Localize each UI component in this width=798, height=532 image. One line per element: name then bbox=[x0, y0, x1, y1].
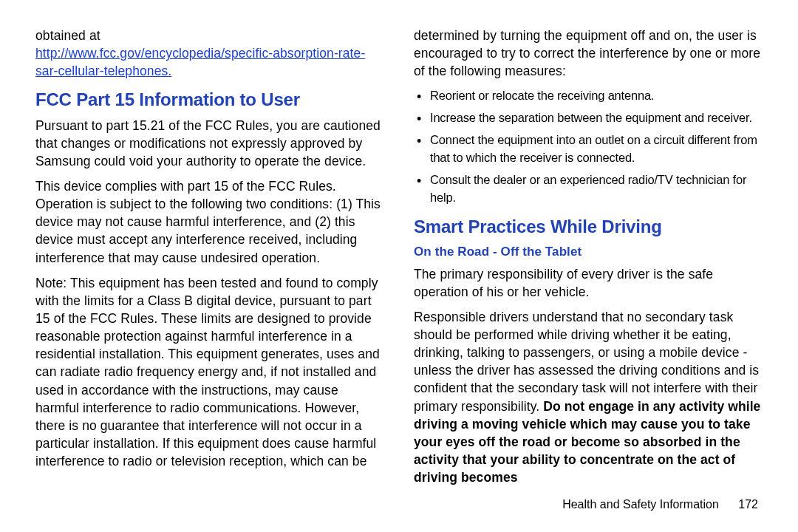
subheading-on-the-road: On the Road - Off the Tablet bbox=[414, 243, 763, 260]
obtained-at-text: obtained at bbox=[35, 28, 100, 43]
left-column: obtained at http://www.fcc.gov/encyclope… bbox=[35, 27, 384, 488]
right-column: determined by turning the equipment off … bbox=[414, 27, 763, 488]
bullet-consult: Consult the dealer or an experienced rad… bbox=[414, 171, 763, 207]
fcc-para-1: Pursuant to part 15.21 of the FCC Rules,… bbox=[35, 117, 384, 170]
page-footer: Health and Safety Information 172 bbox=[562, 498, 758, 511]
driving-para-2-normal: Responsible drivers understand that no s… bbox=[414, 310, 759, 414]
bullet-reorient: Reorient or relocate the receiving anten… bbox=[414, 87, 763, 105]
driving-para-1: The primary responsibility of every driv… bbox=[414, 265, 763, 301]
footer-section-label: Health and Safety Information bbox=[562, 498, 719, 511]
obtained-at-line: obtained at http://www.fcc.gov/encyclope… bbox=[35, 27, 384, 80]
footer-page-number: 172 bbox=[738, 498, 758, 511]
fcc-para-3: Note: This equipment has been tested and… bbox=[35, 274, 384, 471]
interference-bullets: Reorient or relocate the receiving anten… bbox=[414, 87, 763, 207]
bullet-separation: Increase the separation between the equi… bbox=[414, 109, 763, 127]
heading-smart-practices: Smart Practices While Driving bbox=[414, 214, 763, 239]
bullet-outlet: Connect the equipment into an outlet on … bbox=[414, 132, 763, 167]
interference-continue: determined by turning the equipment off … bbox=[414, 27, 763, 80]
fcc-sar-link[interactable]: http://www.fcc.gov/encyclopedia/specific… bbox=[35, 46, 365, 78]
fcc-para-2: This device complies with part 15 of the… bbox=[35, 177, 384, 267]
heading-fcc-part-15: FCC Part 15 Information to User bbox=[35, 87, 384, 112]
driving-para-2: Responsible drivers understand that no s… bbox=[414, 308, 763, 486]
